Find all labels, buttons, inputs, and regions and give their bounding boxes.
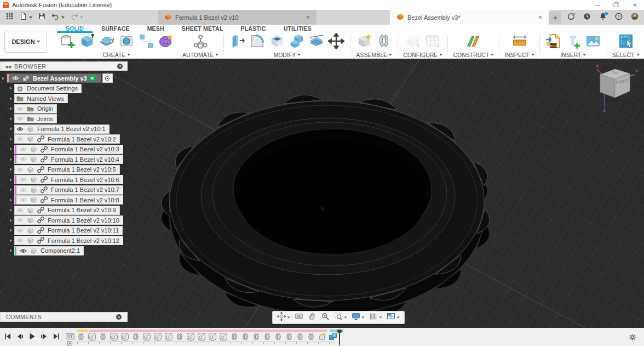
undo-button[interactable] [49,11,67,24]
select-dropdown[interactable]: SELECT [612,52,640,58]
browser-item[interactable]: Formula 1 Bezel v2 v10:5 [8,165,128,174]
close-icon[interactable]: × [303,13,312,21]
maximize-button[interactable]: ❐ [607,0,625,10]
timeline-feature-component[interactable] [219,332,228,342]
browser-item[interactable]: Formula 1 Bezel v2 v10:9 [8,206,128,215]
construct-dropdown[interactable]: CONSTRUCT [453,52,494,58]
expand-arrow-icon[interactable] [10,117,14,121]
expand-arrow-icon[interactable] [10,158,14,161]
automate-button[interactable] [192,33,209,51]
timeline-feature-joint[interactable] [306,332,316,342]
collapse-panel-icon[interactable]: ◂◂ [5,64,11,69]
browser-item[interactable]: Formula 1 Bezel v2 v10:4 [8,155,128,164]
timeline-feature-joint[interactable] [273,332,283,342]
viewport-canvas[interactable]: TOP RIGHT X Y Z ◂◂ BROWSER Bezel Assembl… [0,59,644,328]
pattern-button[interactable] [137,33,155,51]
timeline-feature-component[interactable] [197,332,206,342]
browser-item[interactable]: Component2:1 [8,246,128,256]
timeline-feature-joint[interactable] [229,332,239,342]
timeline-feature-joint[interactable] [76,332,86,342]
timeline-group-marker[interactable] [65,332,75,342]
timeline-step-forward-button[interactable] [41,332,48,342]
ribbon-tab-sheet-metal[interactable]: SHEET METAL [173,25,232,33]
browser-item[interactable]: Joints [8,114,128,123]
expand-arrow-icon[interactable] [10,138,14,141]
measure-button[interactable] [511,33,528,51]
timeline-feature-joint[interactable] [295,332,305,342]
expand-arrow-icon[interactable] [10,168,14,171]
revolve-button[interactable] [98,33,116,51]
combine-button[interactable] [288,33,306,51]
joint-button[interactable] [375,33,393,51]
help-button[interactable]: ? [613,12,625,24]
assemble-dropdown[interactable]: ASSEMBLE [357,52,393,58]
view-cube[interactable]: TOP RIGHT X Y Z [591,63,639,112]
press-pull-button[interactable] [229,33,246,51]
timeline-feature-component[interactable] [153,332,163,342]
profile-avatar-button[interactable] [629,12,641,24]
ribbon-tab-surface[interactable]: SURFACE [93,25,139,33]
timeline-feature-combine[interactable] [328,332,338,342]
timeline-feature-component[interactable] [164,332,174,342]
eye-icon[interactable] [12,75,19,82]
save-button[interactable] [36,11,48,24]
document-tab-2[interactable]: Bezel Assembly v3*× [390,10,549,25]
browser-item[interactable]: Formula 1 Bezel v2 v10:7 [8,185,128,195]
expand-arrow-icon[interactable] [10,219,14,222]
browser-item[interactable]: Formula 1 Bezel v2 v10:1 [8,124,128,134]
eye-hidden-icon[interactable] [16,217,24,224]
browser-item[interactable]: Named Views [8,94,128,103]
expand-arrow-icon[interactable] [10,249,14,252]
timeline-step-back-button[interactable] [16,332,24,342]
browser-item[interactable]: Formula 1 Bezel v2 v10:2 [8,134,128,144]
timeline-play-button[interactable] [28,332,36,342]
hole-button[interactable] [118,33,135,51]
browser-item[interactable]: Formula 1 Bezel v2 v10:12 [8,236,128,245]
timeline-feature-component[interactable] [142,332,152,342]
timeline-feature-joint[interactable] [284,332,294,342]
create-dropdown[interactable]: CREATE [103,52,131,58]
minimize-button[interactable]: – [588,0,607,10]
timeline-feature-component[interactable] [87,332,97,342]
look-at-button[interactable] [292,311,306,324]
fit-button[interactable] [332,311,349,324]
ribbon-tab-mesh[interactable]: MESH [139,25,173,33]
fillet-button[interactable] [249,33,266,51]
browser-item[interactable]: Document Settings [8,84,128,93]
timeline-feature-component[interactable] [120,332,130,342]
timeline-feature-joint[interactable] [131,332,141,342]
eye-hidden-icon[interactable] [16,237,24,244]
expand-arrow-icon[interactable] [10,178,14,181]
timeline-playhead[interactable] [337,330,342,345]
new-tab-button[interactable]: + [549,12,561,24]
job-status-button[interactable] [581,12,593,24]
insert-dropdown[interactable]: INSERT [560,52,586,58]
timeline-feature-joint[interactable] [251,332,261,342]
eye-hidden-icon[interactable] [20,156,27,163]
timeline-feature-form[interactable] [317,332,327,342]
eye-hidden-icon[interactable] [16,227,24,234]
construct-plane-button[interactable] [465,33,482,51]
browser-item[interactable]: Formula 1 Bezel v2 v10:8 [8,195,128,205]
move-button[interactable] [327,33,345,51]
expand-arrow-icon[interactable] [10,198,14,202]
timeline-expand-group-button[interactable]: + [67,341,72,346]
expand-arrow-icon[interactable] [10,87,14,90]
app-launcher-button[interactable] [3,11,16,24]
create-sketch-button[interactable] [59,33,76,51]
orbit-button[interactable] [275,311,292,324]
comments-options-button[interactable] [116,314,122,320]
insert-svg-button[interactable]: SVG [545,33,562,51]
activate-component-radio[interactable] [102,73,113,83]
split-body-button[interactable] [308,33,325,51]
expand-arrow-icon[interactable] [10,97,14,100]
browser-options-button[interactable] [117,64,123,69]
shell-button[interactable] [268,33,286,51]
expand-arrow-icon[interactable] [10,239,14,242]
viewports-button[interactable] [384,311,402,324]
expand-arrow-icon[interactable] [10,229,14,232]
timeline-feature-joint[interactable] [175,332,185,342]
timeline-skip-end-button[interactable] [53,332,60,342]
expand-arrow-icon[interactable] [10,127,14,131]
timeline-feature-component[interactable] [186,332,196,342]
